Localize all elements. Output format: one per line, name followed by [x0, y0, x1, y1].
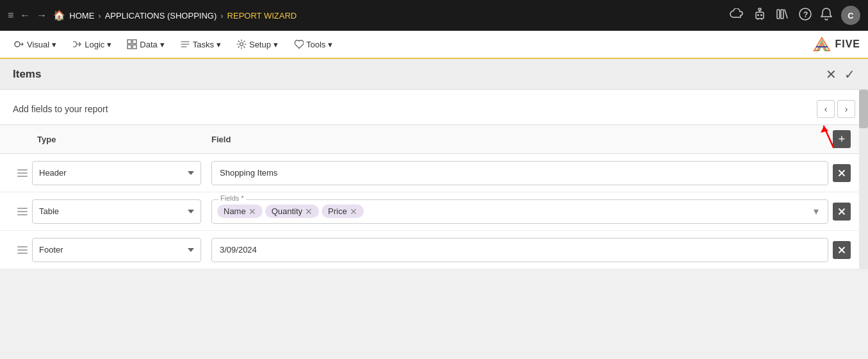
toolbar-tasks[interactable]: Tasks ▾: [174, 35, 227, 53]
tag-name: Name ✕: [217, 205, 263, 218]
drag-handle[interactable]: [13, 169, 32, 177]
type-select-footer[interactable]: Header Table Footer Detail: [32, 238, 201, 262]
drag-handle[interactable]: [13, 208, 32, 215]
toolbar-tools[interactable]: Tools ▾: [287, 35, 339, 53]
svg-rect-9: [127, 40, 131, 44]
field-col-header: Field: [211, 135, 828, 144]
breadcrumb-separator-2: ›: [220, 11, 223, 21]
toolbar-setup[interactable]: Setup ▾: [230, 35, 284, 53]
toolbar-data[interactable]: Data ▾: [120, 35, 170, 53]
main-toolbar: Visual ▾ Logic ▾ Data ▾ Tasks ▾ Setup ▾ …: [0, 31, 868, 59]
confirm-button[interactable]: ✓: [844, 67, 855, 82]
five-logo: FIVE: [813, 37, 860, 52]
prev-arrow[interactable]: ‹: [817, 100, 835, 118]
panel-header: Items ✕ ✓: [0, 59, 868, 90]
svg-point-2: [760, 14, 762, 16]
scrollbar-thumb[interactable]: [859, 90, 868, 128]
fields-label: Fields *: [218, 194, 246, 202]
remove-price-tag[interactable]: ✕: [350, 207, 357, 216]
books-icon[interactable]: [776, 8, 790, 24]
scrollbar[interactable]: [859, 90, 868, 269]
tag-price: Price ✕: [322, 205, 364, 218]
toolbar-logic[interactable]: Logic ▾: [65, 35, 118, 53]
tag-quantity: Quantity ✕: [265, 205, 319, 218]
app-breadcrumb[interactable]: APPLICATIONS (SHOPPING): [105, 11, 217, 21]
forward-icon[interactable]: →: [37, 10, 47, 21]
cloud-icon[interactable]: [730, 8, 744, 23]
drag-handle[interactable]: [13, 246, 32, 254]
avatar[interactable]: C: [841, 6, 860, 25]
svg-point-1: [757, 14, 759, 16]
menu-icon[interactable]: ≡: [8, 10, 13, 21]
field-input-footer[interactable]: [211, 238, 828, 262]
remove-name-tag[interactable]: ✕: [249, 207, 256, 216]
table-row: Header Table Footer Detail: [0, 231, 868, 269]
toolbar-visual[interactable]: Visual ▾: [8, 35, 63, 53]
back-icon[interactable]: ←: [20, 10, 30, 21]
svg-rect-10: [133, 40, 136, 44]
add-fields-row: Add fields to your report ‹ ›: [0, 90, 868, 125]
content-area: Add fields to your report ‹ › Type Field…: [0, 90, 868, 269]
close-button[interactable]: ✕: [826, 67, 837, 82]
svg-rect-4: [777, 10, 780, 19]
panel-title: Items: [13, 68, 826, 81]
svg-text:?: ?: [803, 10, 808, 19]
home-breadcrumb[interactable]: HOME: [69, 11, 94, 21]
type-select-table[interactable]: Header Table Footer Detail: [32, 199, 201, 224]
next-arrow[interactable]: ›: [837, 100, 855, 118]
svg-point-8: [15, 42, 20, 47]
delete-row-button[interactable]: [833, 203, 851, 221]
add-row-button[interactable]: +: [833, 130, 851, 148]
field-input-header[interactable]: [211, 161, 828, 185]
type-col-header: Type: [32, 135, 211, 144]
tags-field: Fields * Name ✕ Quantity ✕ Price ✕ ▾: [211, 199, 828, 224]
svg-rect-0: [756, 12, 764, 19]
tags-dropdown-icon[interactable]: ▾: [814, 205, 823, 217]
help-icon[interactable]: ?: [799, 8, 812, 24]
svg-rect-12: [133, 45, 136, 49]
bell-icon[interactable]: [821, 8, 832, 24]
add-button-wrap: +: [828, 130, 855, 148]
table-row: Header Table Footer Detail: [0, 154, 868, 192]
delete-row-button[interactable]: [833, 241, 851, 259]
remove-quantity-tag[interactable]: ✕: [305, 207, 313, 216]
svg-rect-3: [758, 8, 761, 10]
top-navigation-bar: ≡ ← → 🏠 HOME › APPLICATIONS (SHOPPING) ›…: [0, 0, 868, 31]
robot-icon[interactable]: [753, 7, 767, 24]
svg-point-13: [240, 43, 243, 46]
delete-row-button[interactable]: [833, 164, 851, 182]
column-headers: Type Field +: [0, 125, 868, 154]
svg-rect-5: [781, 10, 783, 19]
svg-rect-11: [127, 45, 131, 49]
table-row: Header Table Footer Detail Fields * Name…: [0, 192, 868, 231]
add-fields-label: Add fields to your report: [13, 104, 817, 114]
breadcrumb-separator-1: ›: [98, 11, 101, 21]
page-breadcrumb[interactable]: REPORT WIZARD: [227, 11, 297, 21]
type-select-header[interactable]: Header Table Footer Detail: [32, 161, 201, 185]
